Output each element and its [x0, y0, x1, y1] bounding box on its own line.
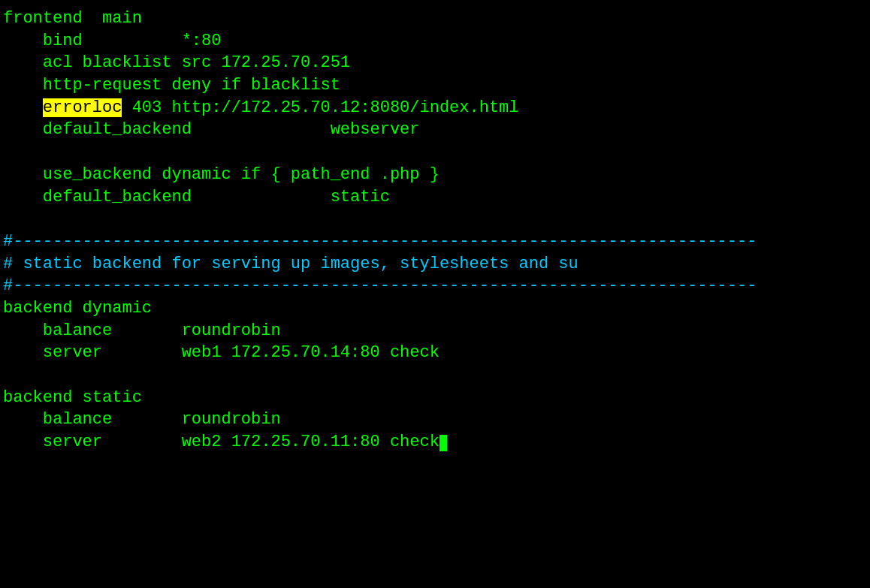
line-18: backend static [0, 387, 870, 409]
line-9: default_backend static [0, 186, 870, 209]
line-16: server web1 172.25.70.14:80 check [0, 342, 870, 364]
line-20-cursor: server web2 172.25.70.11:80 check [0, 431, 870, 454]
line-1: frontend main [0, 8, 870, 30]
line-17-empty [0, 364, 870, 387]
line-13-comment-divider: #---------------------------------------… [0, 275, 870, 297]
terminal-cursor [440, 435, 447, 451]
line-8: use_backend dynamic if { path_end .php } [0, 164, 870, 186]
line-3: acl blacklist src 172.25.70.251 [0, 52, 870, 74]
line-19: balance roundrobin [0, 409, 870, 431]
errorloc-rest: 403 http://172.25.70.12:8080/index.html [122, 98, 518, 117]
line-12-comment: # static backend for serving up images, … [0, 253, 870, 276]
line-11-comment-divider: #---------------------------------------… [0, 231, 870, 253]
line-7-empty [0, 141, 870, 164]
terminal-window: frontend main bind *:80 acl blacklist sr… [0, 0, 870, 588]
line-4: http-request deny if blacklist [0, 74, 870, 97]
line-6: default_backend webserver [0, 119, 870, 141]
line-10-empty [0, 208, 870, 231]
line-2: bind *:80 [0, 30, 870, 53]
line-5-errorloc: errorloc 403 http://172.25.70.12:8080/in… [0, 97, 870, 119]
line-15: balance roundrobin [0, 320, 870, 342]
errorloc-highlight: errorloc [43, 98, 122, 117]
line-14: backend dynamic [0, 297, 870, 320]
